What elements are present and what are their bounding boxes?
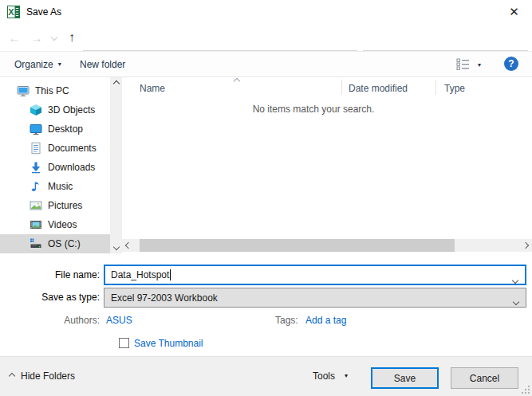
save-thumbnail-checkbox[interactable] (119, 338, 129, 348)
change-view-button[interactable]: ▾ (456, 58, 481, 73)
sidebar-item-label: Downloads (48, 162, 95, 173)
column-separator[interactable] (341, 80, 342, 95)
close-button[interactable]: ✕ (496, 0, 532, 24)
music-icon (30, 180, 42, 193)
column-header-name[interactable]: Name (140, 80, 165, 97)
metadata-row: Authors: ASUS Tags: Add a tag (0, 315, 532, 327)
scroll-down-button[interactable] (110, 241, 122, 253)
navigation-bar: ← → ↑ « ASUS › Downloads › Download ↻ (0, 24, 532, 51)
add-tag-link[interactable]: Add a tag (305, 315, 346, 326)
authors-label: Authors: (0, 315, 100, 326)
sidebar-scrollbar[interactable] (110, 77, 122, 253)
sidebar-item-music[interactable]: Music (0, 177, 110, 196)
details-view-icon (456, 58, 471, 73)
save-button[interactable]: Save (371, 367, 439, 389)
downloads-icon (30, 161, 42, 174)
sidebar-item-label: Videos (48, 219, 77, 230)
scrollbar-thumb[interactable] (140, 239, 455, 252)
column-header-date-modified[interactable]: Date modified (349, 80, 408, 97)
desktop-icon (30, 123, 42, 135)
sidebar-item-downloads[interactable]: Downloads (0, 158, 110, 177)
pictures-icon (30, 199, 42, 212)
footer-bar: Hide Folders Tools ▾ Save Cancel (0, 356, 532, 396)
chevron-down-icon (112, 244, 119, 250)
new-folder-button[interactable]: New folder (80, 52, 125, 76)
file-name-dropdown-button[interactable] (513, 274, 518, 285)
organize-button[interactable]: Organize ▾ (14, 52, 61, 76)
file-list: Name Date modified Type No items match y… (122, 77, 532, 239)
scroll-left-button[interactable] (122, 239, 135, 252)
this-pc-icon (17, 84, 30, 97)
sidebar-item-label: Music (48, 181, 73, 192)
sidebar-item-label: Desktop (48, 124, 83, 135)
hide-folders-label: Hide Folders (21, 371, 75, 382)
command-toolbar: Organize ▾ New folder ▾ (0, 51, 532, 77)
close-icon: ✕ (509, 5, 519, 19)
chevron-left-icon (125, 242, 132, 249)
resize-grip[interactable] (522, 386, 530, 394)
sidebar-item-pictures[interactable]: Pictures (0, 196, 110, 215)
sidebar-item-label: This PC (35, 85, 69, 96)
3d-objects-icon (30, 104, 42, 116)
sidebar-item-this-pc[interactable]: This PC (0, 81, 110, 100)
forward-button[interactable]: → (27, 24, 46, 51)
chevron-down-icon: ▾ (478, 62, 481, 69)
up-icon: ↑ (69, 30, 75, 45)
empty-results-message: No items match your search. (122, 104, 505, 115)
save-as-type-select[interactable]: Excel 97-2003 Workbook (104, 288, 526, 308)
save-as-dialog: X Save As ✕ ← → ↑ « ASUS › Downloads › D… (0, 0, 532, 396)
chevron-down-icon (514, 296, 518, 307)
navigation-pane: This PC 3D Objects Desktop (0, 77, 110, 253)
chevron-right-icon (522, 242, 529, 249)
os-drive-icon (30, 237, 42, 250)
file-list-horizontal-scrollbar[interactable] (122, 239, 532, 252)
sidebar-item-desktop[interactable]: Desktop (0, 120, 110, 139)
column-separator[interactable] (435, 80, 436, 95)
back-button[interactable]: ← (5, 24, 24, 51)
sidebar-item-3d-objects[interactable]: 3D Objects (0, 100, 110, 120)
chevron-down-icon: ▾ (58, 61, 61, 68)
file-name-label: File name: (0, 269, 100, 280)
chevron-down-icon (51, 34, 57, 41)
sidebar-item-videos[interactable]: Videos (0, 215, 110, 234)
documents-icon (30, 142, 42, 155)
excel-app-icon: X (7, 6, 20, 18)
sidebar-item-documents[interactable]: Documents (0, 139, 110, 158)
sidebar-item-label: OS (C:) (48, 238, 81, 249)
up-button[interactable]: ↑ (62, 24, 81, 51)
forward-icon: → (31, 31, 43, 45)
window-title: Save As (26, 6, 61, 18)
hide-folders-button[interactable]: Hide Folders (10, 371, 75, 382)
sidebar-item-label: Documents (48, 143, 97, 154)
help-button[interactable]: ? (504, 57, 518, 71)
organize-label: Organize (14, 59, 53, 70)
sidebar-item-label: Pictures (48, 200, 82, 211)
save-as-type-label: Save as type: (0, 292, 100, 303)
videos-icon (30, 218, 42, 231)
tags-label: Tags: (275, 315, 298, 326)
file-name-input[interactable]: Data_Hotspot (104, 265, 526, 285)
chevron-down-icon (512, 277, 518, 284)
scroll-right-button[interactable] (519, 239, 532, 252)
text-caret (170, 269, 171, 280)
new-folder-label: New folder (80, 59, 125, 70)
save-thumbnail-label[interactable]: Save Thumbnail (134, 338, 203, 349)
chevron-up-icon (112, 80, 119, 87)
file-name-value: Data_Hotspot (111, 269, 169, 280)
sidebar-item-label: 3D Objects (48, 104, 95, 116)
tools-label: Tools (313, 371, 335, 382)
save-as-type-value: Excel 97-2003 Workbook (111, 292, 218, 304)
scroll-up-button[interactable] (110, 77, 122, 90)
column-header-type[interactable]: Type (444, 80, 465, 97)
tools-button[interactable]: Tools ▾ (313, 371, 348, 382)
svg-text:X: X (8, 7, 14, 17)
back-icon: ← (9, 31, 21, 45)
cancel-button[interactable]: Cancel (451, 367, 518, 389)
sort-ascending-icon (234, 78, 240, 84)
chevron-down-icon: ▾ (345, 373, 348, 379)
help-icon: ? (508, 58, 514, 69)
title-bar: X Save As ✕ (0, 0, 532, 24)
authors-value[interactable]: ASUS (106, 315, 132, 326)
sidebar-item-os-c[interactable]: OS (C:) (0, 234, 110, 253)
recent-locations-button[interactable] (48, 24, 61, 51)
